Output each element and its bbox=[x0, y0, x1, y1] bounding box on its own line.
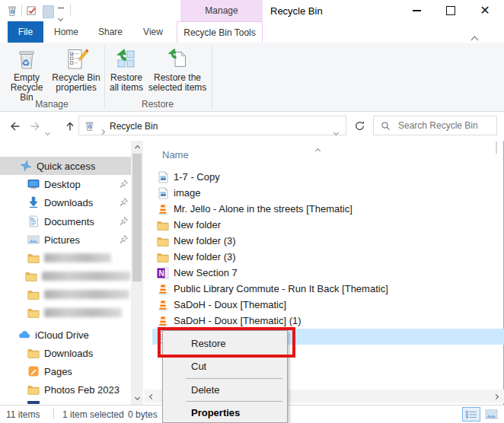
sidebar-item-quick-access[interactable]: Quick access bbox=[0, 157, 131, 175]
file-row[interactable]: SaDoH - Doux [Thematic] (1) bbox=[152, 313, 504, 329]
file-row[interactable]: image bbox=[152, 185, 504, 201]
menu-separator bbox=[186, 401, 282, 402]
tab-view[interactable]: View bbox=[134, 21, 172, 43]
sidebar-scrollbar-thumb[interactable] bbox=[132, 154, 142, 281]
sidebar-item-redacted[interactable] bbox=[0, 304, 131, 322]
sidebar-item-desktop[interactable]: Desktop bbox=[0, 175, 131, 193]
maximize-icon bbox=[446, 6, 455, 15]
redacted-label bbox=[42, 272, 131, 281]
sidebar-item-downloads[interactable]: Downloads bbox=[0, 193, 131, 212]
folder-icon bbox=[27, 307, 40, 319]
restore-all-items-button[interactable]: Restore all items bbox=[107, 46, 145, 93]
image-file-icon bbox=[157, 171, 169, 183]
tab-home[interactable]: Home bbox=[46, 21, 87, 43]
redacted-label bbox=[44, 290, 129, 299]
sort-ascending-icon[interactable] bbox=[316, 142, 320, 156]
folder-icon bbox=[27, 252, 40, 264]
picture-icon bbox=[27, 234, 40, 246]
pages-app-icon bbox=[27, 365, 40, 377]
recycle-bin-properties-button[interactable]: Recycle Bin properties bbox=[52, 46, 100, 93]
restore-selected-items-icon bbox=[147, 46, 208, 73]
restore-selected-items-button[interactable]: Restore the selected items bbox=[147, 46, 208, 93]
sidebar-item-redacted[interactable] bbox=[0, 249, 131, 267]
sidebar-item-redacted[interactable] bbox=[0, 267, 131, 285]
scroll-up-icon[interactable] bbox=[131, 142, 143, 153]
ribbon: ♻ Empty Recycle Bin Recycle Bin properti… bbox=[0, 43, 504, 112]
scroll-left-icon[interactable] bbox=[146, 391, 157, 402]
address-dropdown-icon[interactable] bbox=[334, 124, 338, 138]
qat-properties-box-icon[interactable] bbox=[43, 5, 54, 18]
ribbon-separator bbox=[104, 46, 105, 109]
menu-separator bbox=[186, 378, 282, 379]
file-row[interactable]: New folder (3) bbox=[152, 233, 504, 249]
svg-text:♻: ♻ bbox=[22, 58, 30, 68]
sidebar-item-photos-feb-2023[interactable]: Photos Feb 2023 bbox=[0, 380, 131, 399]
document-icon bbox=[27, 215, 40, 227]
folder-icon bbox=[157, 235, 169, 247]
tab-file[interactable]: File bbox=[8, 21, 43, 43]
folder-icon bbox=[27, 383, 40, 396]
large-icons-view-icon bbox=[485, 409, 498, 419]
scroll-down-icon[interactable] bbox=[131, 392, 143, 402]
file-row[interactable]: Public Library Commute - Run It Back [Th… bbox=[152, 281, 504, 297]
context-menu-item-properties[interactable]: Properties bbox=[163, 402, 287, 423]
column-header-name[interactable]: Name bbox=[162, 149, 189, 161]
search-box[interactable] bbox=[373, 116, 497, 135]
breadcrumb-path[interactable]: Recycle Bin bbox=[110, 121, 158, 132]
onenote-file-icon: N bbox=[157, 267, 169, 279]
redacted-label bbox=[44, 308, 122, 317]
maximize-button[interactable] bbox=[438, 0, 464, 21]
file-explorer-window: ♻ Manage Recycle Bin ✕ File Home Share V… bbox=[0, 0, 504, 423]
status-selection: 1 item selected bbox=[62, 409, 124, 420]
file-row[interactable]: New folder (3) bbox=[152, 249, 504, 265]
file-row[interactable]: SaDoH - Doux [Thematic] bbox=[152, 297, 504, 313]
qat-separator bbox=[21, 5, 22, 17]
sidebar-item-pictures[interactable]: Pictures bbox=[0, 231, 131, 249]
redacted-label bbox=[44, 253, 111, 262]
minimize-button[interactable] bbox=[404, 0, 429, 21]
file-row[interactable]: 1-7 - Copy bbox=[152, 169, 504, 185]
search-icon bbox=[374, 121, 397, 131]
sidebar-item-pages[interactable]: Pages bbox=[0, 362, 131, 380]
desktop-icon bbox=[27, 178, 40, 190]
breadcrumb-chevron-icon[interactable] bbox=[100, 123, 104, 137]
details-view-button[interactable] bbox=[462, 407, 480, 421]
title-bar: ♻ Manage Recycle Bin ✕ bbox=[0, 0, 504, 21]
sidebar-item-icloud-downloads[interactable]: Downloads bbox=[0, 344, 131, 362]
file-row[interactable]: New folder bbox=[152, 217, 504, 233]
qat-separator-2 bbox=[70, 5, 71, 17]
recent-locations-dropdown-icon[interactable] bbox=[46, 124, 49, 138]
address-bar-row: ♻ Recycle Bin bbox=[0, 112, 504, 141]
file-pane-scrollbar[interactable] bbox=[496, 142, 497, 154]
status-item-count: 11 items bbox=[6, 409, 40, 420]
svg-text:♻: ♻ bbox=[10, 8, 15, 15]
context-menu-item-cut[interactable]: Cut bbox=[163, 355, 287, 377]
address-bar[interactable]: ♻ Recycle Bin bbox=[78, 116, 346, 135]
sidebar-item-icloud-drive[interactable]: iCloud Drive bbox=[0, 326, 131, 344]
restore-all-items-icon bbox=[107, 46, 145, 73]
folder-icon bbox=[25, 270, 37, 282]
scroll-right-icon[interactable] bbox=[490, 391, 501, 402]
close-button[interactable]: ✕ bbox=[472, 0, 498, 21]
folder-icon bbox=[27, 288, 40, 301]
ribbon-tab-row: File Home Share View Recycle Bin Tools ? bbox=[0, 21, 504, 43]
sidebar-item-redacted[interactable] bbox=[0, 285, 131, 304]
refresh-button[interactable] bbox=[347, 116, 372, 135]
back-button[interactable] bbox=[6, 118, 24, 135]
search-input[interactable] bbox=[397, 119, 491, 132]
forward-button[interactable] bbox=[26, 118, 44, 135]
up-button[interactable] bbox=[61, 118, 79, 135]
sidebar-item-documents[interactable]: Documents bbox=[0, 212, 131, 231]
file-row[interactable]: N New Section 7 bbox=[152, 265, 504, 281]
empty-recycle-bin-button[interactable]: ♻ Empty Recycle Bin bbox=[3, 46, 50, 103]
tab-share[interactable]: Share bbox=[90, 21, 131, 43]
large-icons-view-button[interactable] bbox=[482, 407, 500, 421]
recycle-bin-properties-icon bbox=[52, 46, 100, 73]
tab-recycle-bin-tools[interactable]: Recycle Bin Tools bbox=[177, 21, 263, 43]
status-separator bbox=[53, 409, 54, 419]
partial-item-icon bbox=[27, 401, 40, 404]
file-row[interactable]: Mr. Jello - Alone in the streets [Themat… bbox=[152, 201, 504, 217]
qat-checkbox-icon[interactable] bbox=[25, 5, 38, 17]
sidebar-scrollbar[interactable] bbox=[131, 141, 143, 405]
context-menu-item-delete[interactable]: Delete bbox=[163, 380, 287, 400]
